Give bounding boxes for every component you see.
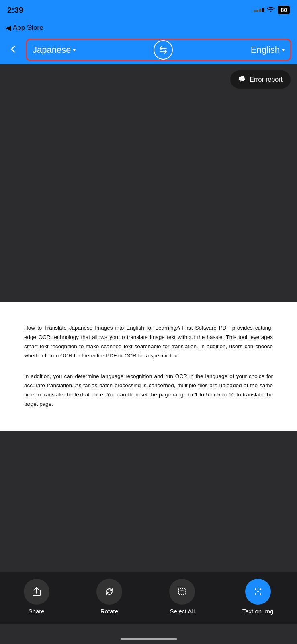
error-report-button[interactable]: Error report — [230, 70, 291, 89]
status-icons: 80 — [254, 6, 290, 14]
text-on-img-icon-circle — [245, 579, 271, 605]
translator-header: Japanese ▾ English ▾ — [0, 35, 297, 64]
document-paragraph-1: How to Translate Japanese Images into En… — [24, 324, 273, 361]
target-language-label: English — [251, 45, 280, 55]
svg-text:T: T — [181, 589, 184, 595]
header-back-button[interactable] — [6, 44, 21, 56]
wifi-icon — [266, 6, 275, 14]
share-button[interactable]: Share — [24, 579, 49, 615]
share-label: Share — [29, 608, 45, 615]
appstore-back-link[interactable]: ◀ App Store — [6, 23, 43, 32]
select-all-icon-circle: T — [169, 579, 195, 605]
document-area: How to Translate Japanese Images into En… — [0, 302, 297, 431]
text-on-img-label: Text on Img — [242, 608, 274, 615]
appstore-label: App Store — [13, 24, 43, 32]
select-all-label: Select All — [170, 608, 195, 615]
svg-point-6 — [260, 593, 261, 595]
rotate-button[interactable]: Rotate — [96, 579, 122, 615]
dark-bottom-area — [0, 431, 297, 588]
document-content: How to Translate Japanese Images into En… — [24, 324, 273, 409]
select-all-button[interactable]: T Select All — [169, 579, 195, 615]
back-arrow-icon: ◀ — [6, 23, 11, 32]
rotate-label: Rotate — [100, 608, 118, 615]
swap-languages-button[interactable] — [154, 40, 173, 60]
source-language-label: Japanese — [33, 45, 71, 55]
error-report-label: Error report — [250, 76, 283, 83]
share-icon-circle — [24, 579, 49, 605]
rotate-icon-circle — [96, 579, 122, 605]
battery-indicator: 80 — [278, 6, 290, 14]
svg-point-7 — [255, 593, 256, 595]
status-bar: 2:39 80 — [0, 0, 297, 20]
language-selector-box: Japanese ▾ English ▾ — [26, 39, 291, 61]
target-language-button[interactable]: English ▾ — [251, 45, 285, 55]
svg-point-4 — [260, 588, 261, 590]
bottom-toolbar: Share Rotate T Select All — [0, 572, 297, 624]
megaphone-icon — [238, 74, 246, 85]
status-time: 2:39 — [7, 6, 23, 15]
home-indicator — [121, 638, 177, 640]
signal-icon — [254, 8, 264, 12]
appstore-bar: ◀ App Store — [0, 20, 297, 35]
dark-top-area — [0, 64, 297, 302]
source-language-button[interactable]: Japanese ▾ — [33, 45, 76, 55]
target-chevron-icon: ▾ — [282, 47, 285, 53]
svg-point-3 — [257, 591, 259, 592]
text-on-img-button[interactable]: Text on Img — [242, 579, 274, 615]
svg-point-5 — [255, 588, 256, 590]
document-paragraph-2: In addition, you can determine language … — [24, 372, 273, 409]
source-chevron-icon: ▾ — [73, 47, 76, 53]
